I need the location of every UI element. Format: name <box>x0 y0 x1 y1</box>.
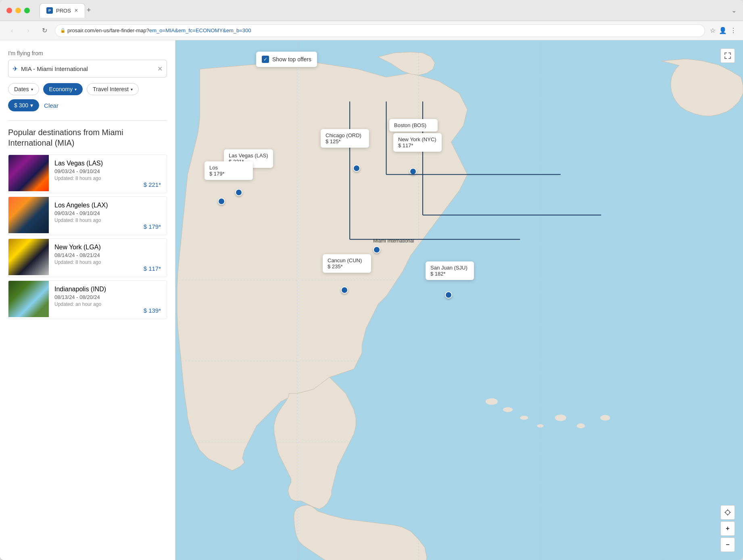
map-tooltip-sanjuan[interactable]: San Juan (SJU) $ 182* <box>426 261 474 280</box>
destination-dates: 08/13/24 - 08/20/24 <box>54 294 161 300</box>
destination-info-indianapolis: Indianapolis (IND) 08/13/24 - 08/20/24 U… <box>49 281 167 319</box>
reload-button[interactable]: ↻ <box>39 25 50 36</box>
destination-price: $ 117* <box>54 265 161 272</box>
map-tooltip-losangeles[interactable]: Los $ 179* <box>205 161 253 180</box>
marker-miami[interactable] <box>373 246 380 253</box>
show-top-offers-widget[interactable]: ✓ Show top offers <box>256 52 317 67</box>
traffic-lights <box>6 8 30 13</box>
dates-chevron-icon: ▾ <box>31 87 33 92</box>
svg-point-6 <box>577 424 585 428</box>
origin-value: MIA - Miami International <box>21 65 154 72</box>
travel-interest-filter-button[interactable]: Travel Interest ▾ <box>87 83 139 95</box>
map-tooltip-cancun[interactable]: Cancun (CUN) $ 235* <box>323 254 371 273</box>
clear-origin-button[interactable]: ✕ <box>157 65 163 73</box>
show-top-offers-label: Show top offers <box>272 56 311 63</box>
back-button[interactable]: ‹ <box>6 25 18 36</box>
browser-tabs: P PROS ✕ + <box>40 3 91 18</box>
left-panel: I'm flying from ✈ MIA - Miami Internatio… <box>0 40 175 560</box>
marker-sanjuan[interactable] <box>445 291 452 299</box>
main-content: I'm flying from ✈ MIA - Miami Internatio… <box>0 40 743 560</box>
destination-info-lasvegas: Las Vegas (LAS) 09/03/24 - 09/10/24 Upda… <box>49 155 167 193</box>
marker-dot-sanjuan <box>445 291 452 299</box>
flying-from-label: I'm flying from <box>8 50 167 56</box>
marker-newyork[interactable] <box>409 168 417 175</box>
destination-name: Los Angeles (LAX) <box>54 202 161 209</box>
address-text: prosair.com/en-us/fare-finder-map?em_o=M… <box>67 27 251 33</box>
tooltip-city-cancun: Cancun (CUN) <box>328 257 366 263</box>
destination-image-losangeles <box>8 197 49 233</box>
map-controls-top-right <box>720 48 735 63</box>
destination-updated: Updated: 8 hours ago <box>54 259 161 265</box>
map-tooltip-newyork[interactable]: New York (NYC) $ 117* <box>393 133 442 152</box>
origin-input[interactable]: ✈ MIA - Miami International ✕ <box>8 60 167 77</box>
economy-chevron-icon: ▾ <box>75 87 77 92</box>
marker-cancun[interactable] <box>341 286 348 294</box>
clear-link[interactable]: Clear <box>44 102 58 109</box>
lock-icon: 🔒 <box>60 28 66 33</box>
tooltip-price-cancun: $ 235* <box>328 263 366 270</box>
economy-filter-button[interactable]: Economy ▾ <box>43 83 83 95</box>
dates-filter-button[interactable]: Dates ▾ <box>8 83 39 95</box>
svg-point-3 <box>520 416 528 420</box>
tooltip-city-newyork: New York (NYC) <box>398 136 437 142</box>
tab-close-button[interactable]: ✕ <box>74 8 78 13</box>
profile-icon[interactable]: 👤 <box>719 27 727 34</box>
svg-point-2 <box>503 407 513 412</box>
minimize-button[interactable] <box>15 8 21 13</box>
fullscreen-button[interactable] <box>720 48 735 63</box>
tooltip-city-boston: Boston (BOS) <box>394 122 433 128</box>
menu-icon[interactable]: ⋮ <box>730 27 737 34</box>
budget-row: $ 300 ▾ Clear <box>8 99 167 111</box>
destination-dates: 09/03/24 - 09/10/24 <box>54 210 161 216</box>
budget-button[interactable]: $ 300 ▾ <box>8 99 39 111</box>
tooltip-city-losangeles: Los <box>209 165 248 171</box>
destination-name: New York (LGA) <box>54 244 161 251</box>
tooltip-city-chicago: Chicago (ORD) <box>326 132 364 138</box>
destination-name: Las Vegas (LAS) <box>54 160 161 167</box>
maximize-button[interactable] <box>24 8 30 13</box>
svg-point-1 <box>486 398 498 405</box>
destination-image-newyork <box>8 239 49 275</box>
marker-lasvegas[interactable] <box>235 189 242 196</box>
map-tooltip-boston[interactable]: Boston (BOS) <box>389 119 438 132</box>
destination-price: $ 179* <box>54 223 161 230</box>
destination-updated: Updated: 8 hours ago <box>54 176 161 181</box>
marker-dot-chicago <box>353 165 360 172</box>
address-bar-actions: ☆ 👤 ⋮ <box>710 27 737 34</box>
destination-card-newyork[interactable]: New York (LGA) 08/14/24 - 08/21/24 Updat… <box>8 238 167 277</box>
marker-dot-lasvegas <box>235 189 242 196</box>
destination-info-losangeles: Los Angeles (LAX) 09/03/24 - 09/10/24 Up… <box>49 197 167 235</box>
destination-info-newyork: New York (LGA) 08/14/24 - 08/21/24 Updat… <box>49 239 167 277</box>
forward-button[interactable]: › <box>23 25 34 36</box>
address-bar[interactable]: 🔒 prosair.com/en-us/fare-finder-map?em_o… <box>55 24 705 37</box>
destination-list: Las Vegas (LAS) 09/03/24 - 09/10/24 Upda… <box>8 155 167 322</box>
destination-card-losangeles[interactable]: Los Angeles (LAX) 09/03/24 - 09/10/24 Up… <box>8 196 167 235</box>
destination-updated: Updated: an hour ago <box>54 301 161 307</box>
crosshair-button[interactable] <box>720 505 735 520</box>
destination-dates: 09/03/24 - 09/10/24 <box>54 168 161 174</box>
window-controls: ⌄ <box>731 6 737 14</box>
filter-row: Dates ▾ Economy ▾ Travel Interest ▾ <box>8 83 167 95</box>
marker-chicago[interactable] <box>353 165 360 172</box>
miami-label: Miami International <box>373 238 414 244</box>
tab-favicon: P <box>46 7 53 14</box>
zoom-in-button[interactable]: + <box>720 521 735 536</box>
popular-destinations-title: Popular destinations from Miami Internat… <box>8 127 167 148</box>
destination-updated: Updated: 8 hours ago <box>54 217 161 223</box>
svg-point-5 <box>555 414 566 421</box>
destination-image-lasvegas <box>8 155 49 191</box>
destination-card-lasvegas[interactable]: Las Vegas (LAS) 09/03/24 - 09/10/24 Upda… <box>8 155 167 193</box>
active-tab[interactable]: P PROS ✕ <box>40 3 85 18</box>
destination-card-indianapolis[interactable]: Indianapolis (IND) 08/13/24 - 08/20/24 U… <box>8 280 167 319</box>
zoom-out-button[interactable]: − <box>720 537 735 552</box>
bookmark-icon[interactable]: ☆ <box>710 27 716 34</box>
marker-dot-losangeles <box>218 198 225 205</box>
browser-addressbar: ‹ › ↻ 🔒 prosair.com/en-us/fare-finder-ma… <box>0 21 743 40</box>
map-tooltip-chicago[interactable]: Chicago (ORD) $ 125* <box>321 129 369 148</box>
marker-losangeles[interactable] <box>218 198 225 205</box>
destination-price: $ 139* <box>54 307 161 314</box>
close-button[interactable] <box>6 8 12 13</box>
map-panel[interactable]: ✓ Show top offers Las Vegas (LAS) $ 221*… <box>175 40 743 560</box>
travel-interest-chevron-icon: ▾ <box>131 87 133 92</box>
new-tab-button[interactable]: + <box>87 6 91 15</box>
